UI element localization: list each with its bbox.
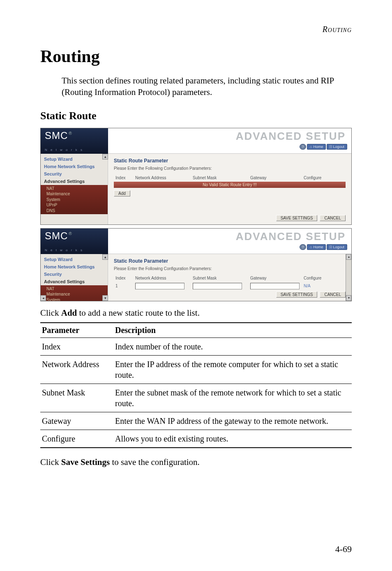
save-settings-button[interactable]: SAVE SETTINGS — [276, 215, 318, 221]
col-network-address: Network Address — [134, 276, 191, 280]
home-label: Home — [313, 245, 323, 249]
scroll-up-icon[interactable]: ▴ — [346, 254, 351, 260]
sidebar-sub-nat[interactable]: NAT — [46, 186, 108, 192]
param-name: Subnet Mask — [40, 384, 113, 412]
home-icon: ⌂ — [310, 145, 312, 149]
col-configure: Configure — [302, 176, 337, 180]
logo-text: SMC — [45, 231, 68, 241]
logo-text: SMC — [45, 131, 68, 141]
sidebar-sub-system[interactable]: System — [46, 297, 108, 301]
vertical-scrollbar[interactable]: ▴ ▾ — [346, 254, 351, 301]
sidebar-item-setup-wizard[interactable]: Setup Wizard — [41, 155, 108, 163]
th-parameter: Parameter — [40, 323, 113, 338]
save-settings-button[interactable]: SAVE SETTINGS — [276, 291, 318, 298]
sidebar-item-advanced-settings[interactable]: Advanced Settings — [41, 278, 108, 285]
sidebar-sub-dns[interactable]: DNS — [46, 208, 108, 214]
panel-note: Please Enter the Following Configuration… — [114, 266, 341, 271]
logo-subtext: N e t w o r k s — [45, 249, 83, 252]
column-headers: Index Network Address Subnet Mask Gatewa… — [114, 275, 341, 281]
logout-label: Logout — [333, 145, 344, 149]
home-button[interactable]: ⌂ Home — [307, 244, 326, 250]
scroll-up-icon[interactable]: ▴ — [102, 154, 108, 160]
sidebar-sub-maintenance[interactable]: Maintenance — [46, 191, 108, 197]
sidebar-sub-maintenance[interactable]: Maintenance — [46, 291, 108, 297]
sidebar-item-setup-wizard[interactable]: Setup Wizard — [41, 256, 108, 263]
running-head: Routing — [40, 25, 352, 34]
th-description: Description — [113, 323, 352, 338]
table-row: IndexIndex number of the route. — [40, 338, 352, 355]
no-entry-message: No Valid Static Route Entry !!! — [114, 182, 346, 188]
col-network-address: Network Address — [134, 176, 191, 180]
col-gateway: Gateway — [249, 176, 302, 180]
scroll-up-icon[interactable]: ▴ — [102, 254, 108, 260]
sidebar: ▴ Setup Wizard Home Network Settings Sec… — [41, 154, 108, 224]
scroll-left-icon[interactable]: ◂ — [40, 295, 46, 301]
row-index: 1 — [114, 284, 134, 288]
advanced-setup-heading: ADVANCED SETUP — [236, 130, 346, 143]
sidebar-item-security[interactable]: Security — [41, 270, 108, 278]
logout-label: Logout — [333, 245, 344, 249]
screenshot-static-route-edit: SMC ® N e t w o r k s ADVANCED SETUP ? ⌂… — [40, 228, 352, 301]
col-index: Index — [114, 276, 134, 280]
smc-logo: SMC ® N e t w o r k s — [41, 229, 108, 254]
panel-title: Static Route Parameter — [114, 258, 341, 264]
help-icon[interactable]: ? — [300, 144, 306, 150]
param-desc: Enter the IP address of the remote compu… — [113, 355, 352, 384]
section-subhead: Static Route — [40, 110, 352, 122]
sidebar-item-home-network[interactable]: Home Network Settings — [41, 163, 108, 170]
sidebar-item-home-network[interactable]: Home Network Settings — [41, 263, 108, 270]
home-icon: ⌂ — [310, 245, 312, 249]
col-configure: Configure — [302, 276, 337, 280]
param-desc: Enter the WAN IP address of the gateway … — [113, 412, 352, 430]
cancel-button[interactable]: CANCEL — [320, 215, 346, 221]
sidebar-item-advanced-settings[interactable]: Advanced Settings — [41, 178, 108, 185]
help-icon[interactable]: ? — [300, 244, 306, 250]
table-row: Network AddressEnter the IP address of t… — [40, 355, 352, 384]
col-index: Index — [114, 176, 134, 180]
advanced-setup-heading: ADVANCED SETUP — [236, 230, 346, 243]
scroll-down-icon[interactable]: ▾ — [346, 295, 351, 301]
home-button[interactable]: ⌂ Home — [307, 144, 326, 150]
table-row: Subnet MaskEnter the subnet mask of the … — [40, 384, 352, 412]
sidebar-sub-upnp[interactable]: UPnP — [46, 202, 108, 208]
column-headers: Index Network Address Subnet Mask Gatewa… — [114, 175, 346, 181]
subnet-mask-input[interactable] — [193, 283, 242, 289]
param-desc: Index number of the route. — [113, 338, 352, 355]
logout-icon: ⍈ — [330, 145, 332, 149]
intro-paragraph: This section defines routing related par… — [62, 75, 352, 98]
network-address-input[interactable] — [135, 283, 184, 289]
table-row: 1 N/A — [114, 282, 341, 290]
cancel-button[interactable]: CANCEL — [320, 291, 346, 298]
logo-subtext: N e t w o r k s — [45, 148, 83, 152]
sidebar: ▴ Setup Wizard Home Network Settings Sec… — [41, 254, 108, 301]
gateway-input[interactable] — [250, 283, 300, 289]
main-panel: Static Route Parameter Please Enter the … — [108, 254, 351, 301]
parameter-table-body: IndexIndex number of the route.Network A… — [40, 338, 352, 448]
param-name: Network Address — [40, 355, 113, 384]
logout-button[interactable]: ⍈ Logout — [327, 244, 347, 250]
sidebar-sub-nat[interactable]: NAT — [46, 286, 108, 292]
panel-title: Static Route Parameter — [114, 158, 346, 164]
param-name: Gateway — [40, 412, 113, 430]
col-subnet-mask: Subnet Mask — [191, 176, 249, 180]
param-desc: Enter the subnet mask of the remote netw… — [113, 384, 352, 412]
add-button[interactable]: Add — [114, 190, 130, 196]
parameter-table: Parameter Description IndexIndex number … — [40, 322, 352, 448]
table-row: GatewayEnter the WAN IP address of the g… — [40, 412, 352, 430]
scroll-down-icon[interactable]: ▾ — [102, 295, 108, 301]
add-instruction: Click Add to add a new static route to t… — [40, 308, 352, 318]
page-title: Routing — [40, 46, 352, 66]
sidebar-item-security[interactable]: Security — [41, 170, 108, 178]
logout-button[interactable]: ⍈ Logout — [327, 144, 347, 150]
smc-logo: SMC ® N e t w o r k s — [41, 128, 108, 154]
main-panel: Static Route Parameter Please Enter the … — [108, 154, 351, 224]
logout-icon: ⍈ — [330, 245, 332, 249]
sidebar-sub-system[interactable]: System — [46, 197, 108, 203]
param-name: Index — [40, 338, 113, 355]
configure-na: N/A — [304, 284, 311, 288]
save-instruction: Click Save Settings to save the configur… — [40, 457, 352, 467]
col-gateway: Gateway — [249, 276, 302, 280]
logo-registered-icon: ® — [69, 132, 72, 136]
table-row: ConfigureAllows you to edit existing rou… — [40, 430, 352, 448]
home-label: Home — [313, 145, 323, 149]
